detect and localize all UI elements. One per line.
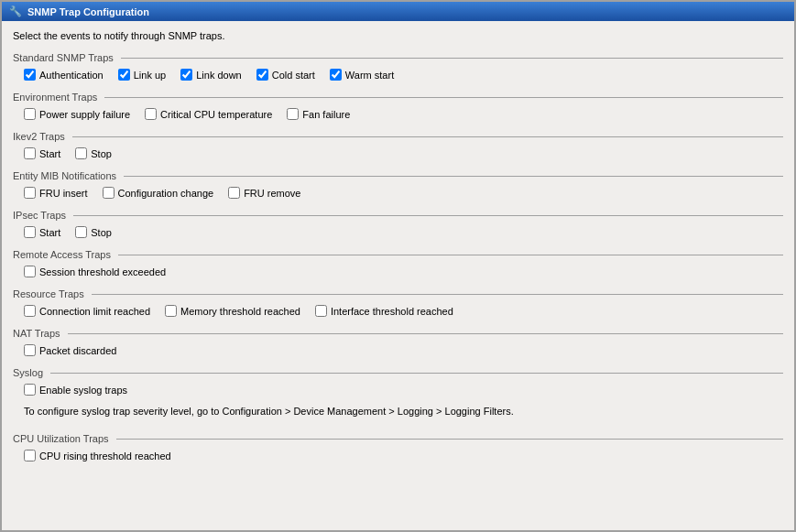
checkbox-item-6-1[interactable]: Memory threshold reached — [234, 305, 300, 317]
checkbox-label-0-3: Cold start — [272, 70, 315, 81]
main-content: Device Management 📌 ✕ -📁Management Acces… — [0, 68, 796, 532]
checkbox-1-2[interactable] — [287, 108, 299, 120]
section-6: Resource TrapsConnection limit reachedMe… — [234, 288, 783, 317]
checkbox-item-1-1[interactable]: Critical CPU temperature — [234, 108, 272, 120]
section-content-0: AuthenticationLink upLink downCold start… — [234, 69, 783, 81]
section-content-7: Packet discarded — [234, 344, 783, 356]
checkbox-3-2[interactable] — [234, 187, 240, 199]
section-3: Entity MIB NotificationsFRU insertConfig… — [234, 170, 783, 199]
checkbox-item-0-3[interactable]: Cold start — [256, 69, 315, 81]
section-title-9: CPU Utilization Traps — [234, 433, 783, 444]
checkbox-6-2[interactable] — [315, 305, 327, 317]
checkbox-item-0-4[interactable]: Warm start — [330, 69, 394, 81]
snmp-dialog: 🔧 SNMP Trap Configuration Select the eve… — [234, 68, 796, 532]
section-content-5: Session threshold exceeded — [234, 266, 783, 277]
section-title-7: NAT Traps — [234, 328, 783, 339]
sections-container: Standard SNMP TrapsAuthenticationLink up… — [234, 68, 783, 461]
section-title-4: IPsec Traps — [234, 210, 783, 221]
section-1: Environment TrapsPower supply failureCri… — [234, 92, 783, 120]
section-title-6: Resource Traps — [234, 288, 783, 299]
section-title-5: Remote Access Traps — [234, 249, 783, 260]
checkbox-0-4[interactable] — [330, 69, 342, 81]
dialog-body: Select the events to notify through SNMP… — [234, 68, 794, 530]
checkbox-item-0-2[interactable]: Link down — [234, 69, 242, 81]
section-title-8: Syslog — [234, 367, 783, 378]
section-7: NAT TrapsPacket discarded — [234, 328, 783, 356]
section-0: Standard SNMP TrapsAuthenticationLink up… — [234, 68, 783, 81]
section-title-3: Entity MIB Notifications — [234, 170, 783, 181]
section-content-8: Enable syslog trapsTo configure syslog t… — [234, 384, 783, 422]
checkbox-0-3[interactable] — [256, 69, 268, 81]
section-8: SyslogEnable syslog trapsTo configure sy… — [234, 367, 783, 422]
right-area: SN SN 🔧 SNMP Trap Configuration Select t… — [234, 68, 796, 532]
section-content-1: Power supply failureCritical CPU tempera… — [234, 108, 783, 120]
section-content-4: StartStop — [234, 226, 783, 238]
section-9: CPU Utilization TrapsCPU rising threshol… — [234, 433, 783, 461]
checkbox-label-3-2: FRU remove — [244, 188, 300, 199]
section-content-3: FRU insertConfiguration changeFRU remove — [234, 187, 783, 199]
checkbox-label-6-2: Interface threshold reached — [331, 306, 453, 317]
checkbox-label-1-2: Fan failure — [302, 109, 350, 120]
checkbox-label-1-1: Critical CPU temperature — [234, 109, 272, 120]
section-5: Remote Access TrapsSession threshold exc… — [234, 249, 783, 277]
section-content-2: StartStop — [234, 147, 783, 159]
section-4: IPsec TrapsStartStop — [234, 210, 783, 238]
syslog-note: To configure syslog trap severity level,… — [234, 401, 783, 422]
section-2: Ikev2 TrapsStartStop — [234, 131, 783, 159]
section-content-6: Connection limit reachedMemory threshold… — [234, 305, 783, 317]
checkbox-item-1-2[interactable]: Fan failure — [287, 108, 350, 120]
section-title-1: Environment Traps — [234, 92, 783, 103]
checkbox-item-3-2[interactable]: FRU remove — [234, 187, 300, 199]
checkbox-label-0-2: Link down — [234, 70, 242, 81]
section-title-2: Ikev2 Traps — [234, 131, 783, 142]
checkbox-label-0-4: Warm start — [345, 70, 394, 81]
checkbox-label-6-1: Memory threshold reached — [234, 306, 300, 317]
section-content-9: CPU rising threshold reached — [234, 450, 783, 461]
checkbox-item-6-2[interactable]: Interface threshold reached — [315, 305, 453, 317]
